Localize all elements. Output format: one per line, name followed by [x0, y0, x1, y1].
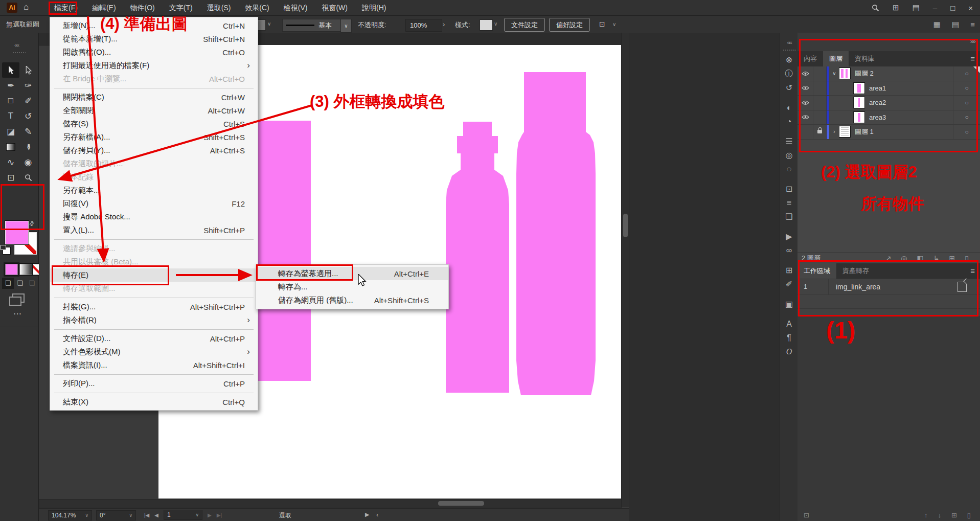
menu-item[interactable]: 轉存為...	[256, 280, 448, 293]
panel-tab[interactable]: 工作區域	[797, 263, 836, 279]
menu-item[interactable]: 從範本新增(T)... Shift+Ctrl+N	[50, 32, 258, 46]
workspace-grid-icon[interactable]: ⊞	[893, 3, 899, 12]
visibility-cell[interactable]	[797, 96, 813, 110]
menu-item[interactable]: 儲存拷貝(Y)... Alt+Ctrl+S	[50, 144, 258, 157]
actions-panel-icon[interactable]: ▶	[780, 230, 798, 243]
panel-tab[interactable]: 內容	[797, 51, 823, 66]
rotation-dropdown[interactable]: 0° ∨	[96, 510, 136, 520]
menu-item[interactable]: 關閉檔案(C) Ctrl+W	[50, 90, 258, 104]
expand-panels-icon[interactable]: ««	[780, 38, 798, 47]
opentype-panel-icon[interactable]: O	[780, 345, 798, 358]
target-circle-icon[interactable]: ○	[953, 81, 980, 96]
menu-item[interactable]: 結束(X) Ctrl+Q	[50, 395, 258, 409]
chevron-down-icon[interactable]: ∨	[494, 21, 497, 27]
default-fill-stroke-icon[interactable]	[3, 247, 10, 254]
stroke-style-dropdown[interactable]: 基本	[282, 19, 347, 32]
chevron-down-icon[interactable]: ∨	[612, 21, 616, 27]
layer-name[interactable]: area3	[869, 114, 953, 121]
artboard-row[interactable]: 1 img_link_area	[797, 279, 980, 295]
menu-item[interactable]	[50, 85, 258, 90]
panel-tab[interactable]: 資料庫	[849, 51, 881, 66]
last-artboard-icon[interactable]: ▶|	[217, 512, 222, 518]
move-down-icon[interactable]: ↓	[938, 511, 941, 519]
rotate-tool[interactable]: ↺	[19, 108, 37, 124]
isolate-selection-icon[interactable]: ⊡	[599, 20, 605, 28]
menu-item[interactable]	[50, 237, 258, 242]
delete-layer-icon[interactable]: ▯	[965, 254, 969, 262]
width-tool[interactable]: ∿	[2, 154, 19, 170]
fill-color-swatch[interactable]	[5, 221, 29, 244]
gradient-tool[interactable]: ▉	[2, 139, 19, 154]
menu-item[interactable]: 儲存為網頁用 (舊版)... Alt+Shift+Ctrl+S	[256, 293, 448, 307]
menu-item[interactable]: 在 Bridge 中瀏覽... Alt+Ctrl+O	[50, 72, 258, 85]
dock-panel-icon[interactable]	[780, 311, 798, 317]
new-artboard-icon[interactable]: ⊞	[951, 511, 957, 519]
new-sublayer-icon[interactable]: ↳	[933, 254, 940, 262]
lock-cell[interactable]	[813, 81, 827, 96]
shaper-tool[interactable]: ✎	[19, 124, 37, 139]
area1[interactable]: area1 ○	[797, 81, 980, 96]
gradient-button[interactable]	[19, 264, 32, 275]
document-setup-button[interactable]: 文件設定	[504, 18, 545, 32]
curvature-tool[interactable]: ✑	[19, 78, 37, 93]
transparency-panel-icon[interactable]: ◎	[780, 148, 798, 162]
horizontal-scrollbar[interactable]	[39, 499, 622, 508]
layer-thumbnail[interactable]	[839, 68, 850, 79]
draw-behind-icon[interactable]: ❏	[14, 278, 26, 289]
artboard-icon[interactable]	[958, 282, 967, 292]
menu-item[interactable]: 轉存選取範圍...	[50, 282, 258, 295]
menubar-item[interactable]: 文字(T)	[162, 0, 200, 15]
eyedropper-tool[interactable]: ✒	[19, 139, 37, 154]
brushes-panel-icon[interactable]: ✐	[780, 277, 798, 291]
menubar-item[interactable]: 選取(S)	[200, 0, 238, 15]
expand-icon[interactable]: ›	[829, 129, 839, 134]
menu-item[interactable]: 開啟舊檔(O)... Ctrl+O	[50, 46, 258, 59]
menu-item[interactable]: 置入(L)... Shift+Ctrl+P	[50, 223, 258, 237]
draw-normal-icon[interactable]: ❏	[2, 278, 14, 289]
properties-wheel-icon[interactable]: ☸	[780, 53, 798, 67]
layer-thumbnail[interactable]	[854, 83, 864, 94]
lock-cell[interactable]	[813, 66, 827, 81]
target-circle-icon[interactable]: ○	[953, 96, 980, 110]
comps-panel-icon[interactable]: ⊞	[780, 263, 798, 277]
first-artboard-icon[interactable]: |◀	[144, 512, 149, 518]
target-circle-icon[interactable]: ○	[953, 66, 980, 81]
panel-tab[interactable]: 圖層	[823, 51, 849, 66]
expand-icon[interactable]: ∨	[829, 71, 839, 76]
symbols-panel-icon[interactable]: ▣	[780, 297, 798, 311]
menu-item[interactable]: 另存範本...	[50, 184, 258, 197]
character-panel-icon[interactable]: A	[780, 317, 798, 331]
artboards-panel-icon[interactable]: ⊡	[780, 182, 798, 196]
menu-item[interactable]: 另存新檔(A)... Shift+Ctrl+S	[50, 130, 258, 144]
screen-mode-icon[interactable]	[12, 293, 25, 303]
new-layer-icon[interactable]: ⊞	[949, 254, 955, 262]
area3[interactable]: area3 ○	[797, 110, 980, 125]
menu-item[interactable]: 全部關閉 Alt+Ctrl+W	[50, 104, 258, 117]
eye-icon[interactable]	[802, 71, 809, 76]
visibility-cell[interactable]	[797, 81, 813, 96]
layout-icon[interactable]: ▤	[952, 20, 959, 29]
align-panel-icon[interactable]: ≡	[780, 196, 798, 210]
menu-item[interactable]: 文件設定(D)... Alt+Ctrl+P	[50, 332, 258, 345]
collect-export-icon[interactable]: ↗	[885, 254, 892, 262]
artboard-options-icon[interactable]: ⊡	[797, 511, 809, 519]
collapse-to-icons-icon[interactable]: »»	[970, 38, 975, 45]
圖層 1[interactable]: › 圖層 1 ○	[797, 125, 980, 140]
next-artboard-icon[interactable]: ▶	[208, 512, 212, 518]
stroke-panel-icon[interactable]: ☰	[780, 134, 798, 148]
menu-item[interactable]: 指令檔(R) ›	[50, 313, 258, 327]
status-play-icon[interactable]: ▶	[365, 511, 369, 518]
style-swatch[interactable]	[480, 19, 493, 31]
panel-grip[interactable]	[783, 49, 796, 51]
menu-item[interactable]	[50, 372, 258, 377]
visibility-cell[interactable]	[797, 125, 813, 139]
menu-item[interactable]: 文件色彩模式(M) ›	[50, 345, 258, 358]
target-circle-icon[interactable]: ○	[953, 125, 980, 139]
move-up-icon[interactable]: ↑	[924, 511, 928, 519]
edit-toolbar-icon[interactable]: ⋯	[13, 309, 21, 319]
appearance-panel-icon[interactable]: ◌	[780, 162, 798, 176]
panel-tab[interactable]: 資產轉存	[836, 263, 875, 279]
layer-thumbnail[interactable]	[854, 97, 864, 108]
menu-item[interactable]: 列印(P)... Ctrl+P	[50, 377, 258, 390]
menu-item[interactable]: 新增(N)... Ctrl+N	[50, 19, 258, 32]
